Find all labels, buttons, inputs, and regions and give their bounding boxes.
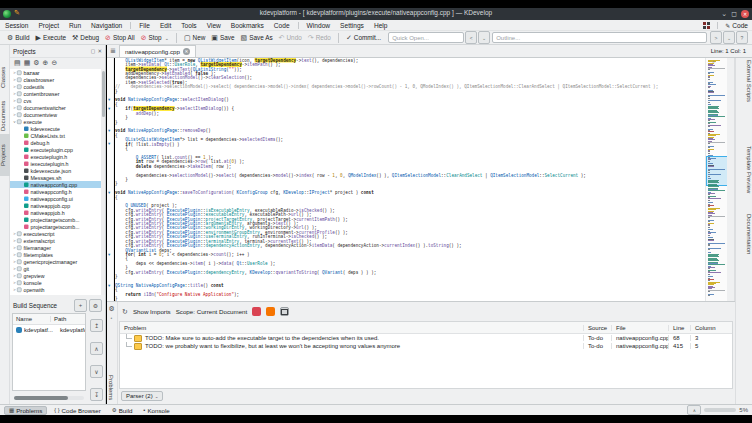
- tree-item-git[interactable]: >git: [10, 265, 105, 272]
- move-up-button[interactable]: ∧: [90, 342, 103, 355]
- close-button[interactable]: ✕: [741, 10, 749, 18]
- move-top-button[interactable]: ↥: [90, 319, 103, 332]
- tab-close-icon[interactable]: ✕: [183, 48, 190, 55]
- tree-item-documentswitcher[interactable]: >documentswitcher: [10, 104, 105, 111]
- column-problem[interactable]: Problem: [120, 325, 583, 331]
- expand-all-icon[interactable]: ⊕: [43, 59, 49, 67]
- sidebar-tab-projects[interactable]: Projects: [0, 134, 10, 176]
- document-list-icon[interactable]: ≣: [107, 47, 119, 55]
- tree-item-kdevexecute-json[interactable]: kdevexecute.json: [10, 167, 105, 174]
- area-code-button[interactable]: ✎ Code: [725, 22, 748, 29]
- workspace-grid-icon[interactable]: [703, 22, 710, 29]
- menu-code[interactable]: Code: [269, 22, 295, 29]
- tree-item-projecttargetscomb-[interactable]: projecttargetscomb...: [10, 223, 105, 230]
- right-tab-documentation[interactable]: Documentation: [737, 214, 752, 254]
- tree-item-konsole[interactable]: >konsole: [10, 279, 105, 286]
- add-to-build-sequence-button[interactable]: +: [74, 299, 87, 312]
- tree-item-nativeappconfig-h[interactable]: nativeappconfig.h: [10, 188, 105, 195]
- save-button[interactable]: ▣Save: [208, 33, 237, 43]
- column-column[interactable]: Column: [690, 325, 732, 331]
- menu-bookmarks[interactable]: Bookmarks: [226, 22, 269, 29]
- move-down-button[interactable]: ∨: [90, 365, 103, 378]
- tree-item-filetemplates[interactable]: >filetemplates: [10, 251, 105, 258]
- build-sequence-hscrollbar[interactable]: [14, 396, 84, 400]
- outline-dropdown-button[interactable]: ⌄: [723, 31, 735, 44]
- new-button[interactable]: ▢New: [181, 33, 208, 43]
- tree-item-cvs[interactable]: >cvs: [10, 97, 105, 104]
- tree-item-nativeappconfig-cpp[interactable]: nativeappconfig.cpp: [10, 181, 105, 188]
- column-name[interactable]: Name: [13, 316, 51, 322]
- tree-item-debug-h[interactable]: debug.h: [10, 139, 105, 146]
- refresh-icon[interactable]: ↻: [122, 308, 128, 316]
- project-tree[interactable]: >bazaar>classbrowser>codeutils>contentbr…: [10, 69, 105, 295]
- tree-item-nativeappjob-h[interactable]: nativeappjob.h: [10, 209, 105, 216]
- statusbar-toggle-code-browser[interactable]: { }Code Browser: [50, 406, 104, 415]
- menu-edit[interactable]: Edit: [155, 22, 176, 29]
- stop-button[interactable]: ⊘Stop⌄: [138, 33, 172, 43]
- column-line[interactable]: Line: [668, 325, 690, 331]
- tree-item-contentbrowser[interactable]: >contentbrowser: [10, 90, 105, 97]
- tree-item-kdevexecute[interactable]: kdevexecute: [10, 125, 105, 132]
- tree-item-openwith[interactable]: >openwith: [10, 286, 105, 293]
- tree-item-executescript[interactable]: >executescript: [10, 230, 105, 237]
- tree-item-externalscript[interactable]: >externalscript: [10, 237, 105, 244]
- statusbar-toggle-problems[interactable]: ▦Problems: [4, 406, 47, 415]
- problem-row[interactable]: TODO: we probably want to flexibilize, b…: [120, 342, 732, 350]
- tree-item-genericprojectmanager[interactable]: >genericprojectmanager: [10, 258, 105, 265]
- statusbar-toggle-build[interactable]: ⚙Build: [108, 406, 137, 415]
- show-imports-button[interactable]: Show Imports: [133, 308, 171, 315]
- fold-marker-icon[interactable]: ▾: [108, 253, 110, 257]
- outline-input[interactable]: [492, 32, 707, 43]
- quick-open-dropdown-button[interactable]: ⌄: [478, 31, 490, 44]
- tree-scrollbar-thumb[interactable]: [102, 71, 105, 117]
- editor-fold-margin[interactable]: ▾▾▾▾▾▾▾: [107, 58, 114, 301]
- collapse-all-icon[interactable]: ⊖: [51, 59, 57, 67]
- tree-item-cmakelists-txt[interactable]: CMakeLists.txt: [10, 132, 105, 139]
- minimap-up-arrow-icon[interactable]: ∧: [712, 59, 715, 64]
- menu-view[interactable]: View: [202, 22, 226, 29]
- build-sequence-row[interactable]: kdevplatf... kdevplatform: [13, 325, 85, 334]
- fold-marker-icon[interactable]: ▾: [108, 98, 110, 102]
- tree-item-messages-sh[interactable]: Messages.sh: [10, 174, 105, 181]
- fold-marker-icon[interactable]: ▾: [108, 284, 110, 288]
- tree-item-execute[interactable]: vexecute: [10, 118, 105, 125]
- minimize-button[interactable]: ⌄: [721, 9, 727, 18]
- commit-button[interactable]: ✓Commit...: [343, 33, 384, 43]
- problem-row[interactable]: TODO: Make sure to auto-add the executab…: [120, 334, 732, 342]
- tree-item-nativeappconfig-ui[interactable]: nativeappconfig.ui: [10, 195, 105, 202]
- tab-nativeappconfig[interactable]: nativeappconfig.cpp ✕: [119, 45, 196, 57]
- save-as-button[interactable]: ▧Save As: [238, 33, 276, 43]
- execute-button[interactable]: ▶Execute: [33, 33, 69, 43]
- tree-item-filemanager[interactable]: >filemanager: [10, 244, 105, 251]
- tree-item-executeplugin-cpp[interactable]: executeplugin.cpp: [10, 146, 105, 153]
- tree-item-documentview[interactable]: >documentview: [10, 111, 105, 118]
- code-editor[interactable]: QListWidgetItem* item = new QListWidgetI…: [115, 58, 705, 301]
- move-bottom-button[interactable]: ↧: [90, 388, 103, 401]
- menu-project[interactable]: Project: [33, 22, 64, 29]
- debug-button[interactable]: ⚒Debug: [69, 33, 102, 43]
- menu-run[interactable]: Run: [64, 22, 86, 29]
- panel-settings-icon[interactable]: ⚙: [109, 305, 115, 313]
- maximize-button[interactable]: ◻: [731, 9, 737, 18]
- stop-all-button[interactable]: ⊘Stop All: [102, 33, 138, 43]
- outline-next-button[interactable]: >: [710, 31, 722, 44]
- fold-marker-icon[interactable]: ▾: [108, 129, 110, 133]
- tree-item-nativeappjob-cpp[interactable]: nativeappjob.cpp: [10, 202, 105, 209]
- problems-vertical-tab[interactable]: Problems: [108, 375, 114, 400]
- targets-icon[interactable]: ▦: [24, 59, 31, 67]
- tree-scrollbar[interactable]: [101, 69, 105, 295]
- parser-selector[interactable]: Parser (2) ⌄: [121, 391, 163, 401]
- reload-project-icon[interactable]: ⚙: [33, 59, 39, 67]
- menu-navigation[interactable]: Navigation: [86, 22, 127, 29]
- menu-window[interactable]: Window: [302, 22, 335, 29]
- column-path[interactable]: Path: [51, 316, 85, 322]
- menu-session[interactable]: Session: [0, 22, 33, 29]
- locate-document-icon[interactable]: ▤: [14, 59, 21, 67]
- menu-help[interactable]: Help: [369, 22, 393, 29]
- right-tab-external-scripts[interactable]: External Scripts: [737, 60, 752, 102]
- minimap-scrollbar[interactable]: [705, 58, 727, 301]
- quick-open-input[interactable]: [388, 32, 464, 43]
- fold-marker-icon[interactable]: ▾: [108, 191, 110, 195]
- fold-marker-icon[interactable]: ▾: [108, 142, 110, 146]
- close-panel-icon[interactable]: ✕: [97, 48, 102, 54]
